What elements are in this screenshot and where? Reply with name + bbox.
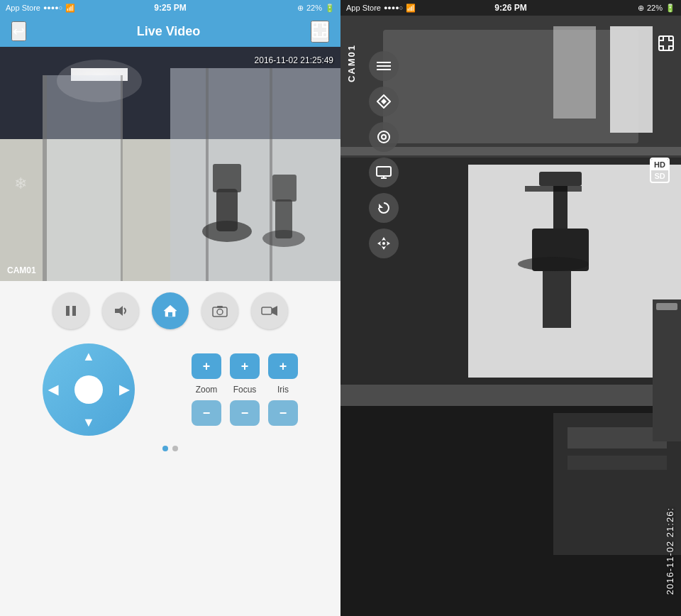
carrier-left: App Store xyxy=(6,4,40,12)
svg-rect-14 xyxy=(213,164,241,192)
focus-plus-button[interactable]: + xyxy=(230,353,260,379)
svg-rect-50 xyxy=(656,303,677,310)
right-status-right: ⊕ 22% 🔋 xyxy=(638,4,675,13)
dpad-left-button[interactable]: ◀ xyxy=(48,382,58,397)
expand-right-button[interactable] xyxy=(658,35,674,55)
battery-icon-right: 🔋 xyxy=(665,4,675,13)
pause-button[interactable] xyxy=(52,292,89,329)
left-status-right: App Store ●●●●○ 📶 xyxy=(346,4,416,13)
zoom-minus-button[interactable]: − xyxy=(192,400,221,426)
svg-rect-58 xyxy=(377,167,391,176)
zfi-controls: + + + Zoom Focus Iris − − − xyxy=(192,353,298,426)
right-status-group-left: ⊕ 22% 🔋 xyxy=(297,4,335,13)
location-icon-left: ⊕ xyxy=(297,4,304,13)
snapshot-icon xyxy=(212,304,228,317)
svg-rect-37 xyxy=(539,172,582,186)
dpad-right-button[interactable]: ▶ xyxy=(119,382,129,397)
iris-plus-button[interactable]: + xyxy=(268,353,298,379)
svg-rect-51 xyxy=(377,62,391,63)
expand-icon xyxy=(312,22,328,38)
time-left: 9:25 PM xyxy=(154,3,186,13)
wifi-icon-left: 📶 xyxy=(65,4,75,13)
time-right: 9:26 PM xyxy=(494,3,526,13)
svg-marker-65 xyxy=(387,241,390,246)
volume-button[interactable] xyxy=(102,292,139,329)
back-button[interactable]: ↩ xyxy=(11,21,26,41)
ptz-button[interactable] xyxy=(369,87,399,116)
focus-minus-button[interactable]: − xyxy=(230,400,260,426)
svg-rect-47 xyxy=(568,427,667,449)
camera-timestamp-left: 2016-11-02 21:25:49 xyxy=(255,55,333,65)
svg-rect-48 xyxy=(568,456,667,470)
location-icon-right: ⊕ xyxy=(638,4,644,13)
dpad-up-button[interactable]: ▲ xyxy=(82,349,95,364)
svg-rect-17 xyxy=(272,175,297,202)
svg-rect-26 xyxy=(217,306,223,308)
controls-area: ▲ ▼ ◀ ▶ + + + Zoom Focus Iris xyxy=(0,281,340,616)
bottom-section: ▲ ▼ ◀ ▶ + + + Zoom Focus Iris xyxy=(0,343,340,436)
svg-rect-19 xyxy=(66,306,70,316)
camera-label-left: CAM01 xyxy=(7,265,36,275)
svg-marker-63 xyxy=(382,246,386,250)
top-nav: ↩ Live Video xyxy=(0,16,340,47)
camera-settings-icon xyxy=(377,130,391,144)
left-panel: App Store ●●●●○ 📶 9:25 PM ⊕ 22% 🔋 ↩ Live… xyxy=(0,0,340,616)
sd-label[interactable]: SD xyxy=(651,170,668,182)
svg-rect-6 xyxy=(43,75,47,281)
svg-rect-52 xyxy=(377,65,391,67)
wifi-icon-right: 📶 xyxy=(406,4,416,13)
svg-rect-20 xyxy=(72,306,76,316)
svg-rect-23 xyxy=(168,312,172,317)
zfi-labels-row: Zoom Focus Iris xyxy=(192,385,298,395)
dpad-toggle-button[interactable] xyxy=(369,229,399,258)
svg-rect-33 xyxy=(553,26,596,119)
monitor-icon xyxy=(376,166,392,179)
record-button[interactable] xyxy=(251,292,288,329)
menu-icon xyxy=(377,60,391,72)
svg-rect-45 xyxy=(340,385,681,406)
dpad-down-button[interactable]: ▼ xyxy=(82,415,95,430)
zfi-minus-row: − − − xyxy=(192,400,298,426)
signal-left: ●●●●○ xyxy=(43,4,62,11)
left-status-group: App Store ●●●●○ 📶 xyxy=(6,4,75,13)
svg-rect-0 xyxy=(313,23,327,37)
zoom-label: Zoom xyxy=(192,385,221,395)
camera-scene-left: ❄ xyxy=(0,47,340,281)
refresh-button[interactable] xyxy=(369,193,399,223)
svg-point-57 xyxy=(382,135,386,139)
camera-feed-right: CAM01 xyxy=(340,16,681,616)
svg-rect-27 xyxy=(262,307,272,314)
signal-right: ●●●●○ xyxy=(384,4,403,11)
svg-marker-55 xyxy=(381,99,387,104)
hd-label[interactable]: HD xyxy=(651,159,668,170)
iris-minus-button[interactable]: − xyxy=(268,400,298,426)
monitor-button[interactable] xyxy=(369,158,399,187)
svg-rect-67 xyxy=(659,36,673,50)
home-button[interactable] xyxy=(152,292,189,329)
svg-rect-32 xyxy=(610,26,653,133)
svg-rect-11 xyxy=(270,68,272,281)
zoom-plus-button[interactable]: + xyxy=(192,353,221,379)
side-buttons xyxy=(369,51,399,258)
svg-rect-10 xyxy=(206,68,209,281)
expand-button[interactable] xyxy=(311,21,329,43)
dpad-icon xyxy=(377,236,391,251)
menu-button[interactable] xyxy=(369,51,399,81)
page-dots xyxy=(162,446,178,451)
dpad-center[interactable] xyxy=(74,375,103,404)
svg-rect-13 xyxy=(216,189,238,231)
camera-timestamp-right: 2016-11-02 21:26: xyxy=(665,507,675,595)
camera-settings-button[interactable] xyxy=(369,122,399,152)
pause-icon xyxy=(65,304,77,317)
snapshot-button[interactable] xyxy=(201,292,238,329)
iris-label: Iris xyxy=(268,385,298,395)
status-bar-right: App Store ●●●●○ 📶 9:26 PM ⊕ 22% 🔋 xyxy=(340,0,681,16)
dpad-circle: ▲ ▼ ◀ ▶ xyxy=(43,343,135,436)
svg-point-56 xyxy=(378,131,389,143)
home-icon xyxy=(162,304,178,318)
status-bar-left: App Store ●●●●○ 📶 9:25 PM ⊕ 22% 🔋 xyxy=(0,0,340,16)
dot-2[interactable] xyxy=(172,446,178,451)
svg-marker-28 xyxy=(272,306,277,316)
dot-1[interactable] xyxy=(162,446,168,451)
svg-rect-49 xyxy=(653,299,681,441)
